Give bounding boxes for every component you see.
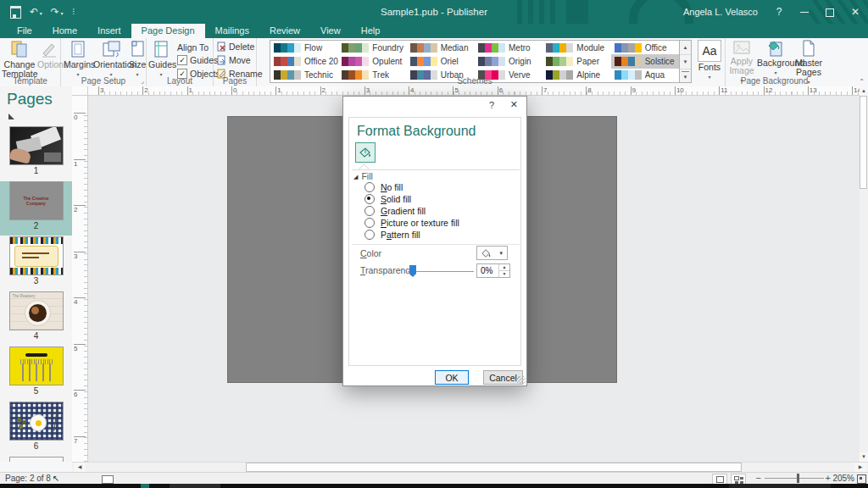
minimize-button[interactable] bbox=[792, 0, 817, 24]
scroll-right-icon[interactable]: ▶ bbox=[854, 463, 866, 472]
save-icon[interactable] bbox=[10, 6, 21, 19]
scroll-up-icon[interactable]: ▲ bbox=[860, 86, 868, 96]
move-page-button[interactable]: Move bbox=[217, 54, 251, 66]
scheme-origin[interactable]: Origin bbox=[475, 54, 542, 68]
scheme-swatch bbox=[615, 57, 642, 66]
tab-page-design[interactable]: Page Design bbox=[131, 24, 205, 38]
horizontal-scroll-thumb[interactable] bbox=[246, 463, 742, 472]
spin-up-icon[interactable]: ▲ bbox=[499, 264, 509, 271]
undo-icon[interactable]: ↶ ▾ bbox=[30, 7, 42, 17]
guides-button[interactable]: Guides ▾ bbox=[148, 40, 174, 80]
color-dropdown[interactable]: ▼ bbox=[476, 246, 508, 260]
transparency-value[interactable]: 0% bbox=[481, 266, 492, 275]
orientation-button[interactable]: Orientation ▾ bbox=[93, 40, 129, 80]
thumbnail-image bbox=[9, 236, 64, 275]
transparency-slider[interactable] bbox=[408, 271, 474, 272]
radio-icon bbox=[364, 194, 375, 204]
options-button[interactable]: Options bbox=[37, 40, 61, 69]
transparency-spinner[interactable]: 0% ▲▼ bbox=[476, 263, 510, 278]
zoom-level[interactable]: 205% bbox=[832, 474, 854, 484]
scheme-solstice[interactable]: Solstice bbox=[611, 54, 679, 68]
fill-option-pattern-fill[interactable]: Pattern fill bbox=[364, 229, 459, 241]
page-indicator[interactable]: Page: 2 of 8 bbox=[5, 474, 51, 484]
tab-home[interactable]: Home bbox=[42, 24, 87, 38]
scheme-office[interactable]: Office bbox=[611, 41, 679, 54]
fill-options: No fillSolid fillGradient fillPicture or… bbox=[364, 181, 459, 241]
signed-in-user[interactable]: Angela L. Velasco bbox=[683, 0, 758, 24]
zoom-out-button[interactable]: − bbox=[756, 473, 761, 483]
v-ruler-label: 5 bbox=[74, 344, 86, 352]
horizontal-ruler[interactable]: 32101234567891011121314 bbox=[88, 86, 860, 96]
ok-button[interactable]: OK bbox=[435, 370, 469, 385]
page-thumbnail-5[interactable]: 5 bbox=[0, 347, 72, 401]
scroll-down-icon[interactable]: ▼ bbox=[860, 452, 868, 462]
scheme-foundry[interactable]: Foundry bbox=[338, 41, 406, 54]
page-thumbnail-3[interactable]: 3 bbox=[0, 236, 72, 291]
change-template-button[interactable]: Change Template bbox=[2, 40, 37, 79]
margins-button[interactable]: Margins ▾ bbox=[64, 40, 92, 80]
redo-icon[interactable]: ↷ ▾ bbox=[51, 7, 64, 17]
customize-qat-icon[interactable]: ᎒ bbox=[72, 8, 76, 16]
scheme-opulent[interactable]: Opulent bbox=[338, 54, 406, 68]
tab-file[interactable]: File bbox=[7, 24, 42, 38]
change-template-icon bbox=[9, 40, 30, 58]
tab-help[interactable]: Help bbox=[351, 24, 391, 38]
fill-option-solid-fill[interactable]: Solid fill bbox=[364, 193, 459, 205]
fill-section-header[interactable]: ◢Fill bbox=[353, 171, 373, 181]
delete-page-button[interactable]: Delete bbox=[217, 41, 254, 53]
dialog-help-icon[interactable]: ? bbox=[489, 100, 494, 110]
scheme-name: Origin bbox=[509, 57, 531, 66]
fill-option-gradient-fill[interactable]: Gradient fill bbox=[364, 205, 459, 217]
spin-down-icon[interactable]: ▼ bbox=[499, 271, 509, 277]
page-setup-dialog-launcher[interactable]: ⌟ bbox=[141, 77, 144, 85]
vertical-scrollbar[interactable]: ▲ ▼ bbox=[860, 86, 868, 462]
fonts-button[interactable]: Aa Fonts ▾ bbox=[696, 40, 723, 82]
horizontal-scrollbar[interactable]: ◀ ▶ bbox=[72, 462, 868, 472]
scheme-swatch bbox=[342, 43, 369, 53]
fill-option-picture-or-texture-fill[interactable]: Picture or texture fill bbox=[364, 217, 459, 229]
scheme-office-20[interactable]: Office 20.. bbox=[270, 54, 338, 68]
gallery-scroll-down-icon[interactable]: ▼ bbox=[680, 55, 691, 69]
gallery-more-icon[interactable]: ▼ bbox=[682, 71, 689, 82]
tab-view[interactable]: View bbox=[310, 24, 351, 38]
page-thumbnail-4[interactable]: The Roastery4 bbox=[0, 291, 72, 346]
tab-insert[interactable]: Insert bbox=[87, 24, 131, 38]
page-thumbnail-7[interactable]: 7 bbox=[0, 457, 72, 462]
spinner-buttons: ▲▼ bbox=[498, 264, 509, 277]
scheme-metro[interactable]: Metro bbox=[475, 41, 542, 54]
ruler-corner bbox=[72, 86, 88, 96]
close-button[interactable]: ✕ bbox=[843, 0, 868, 24]
scheme-median[interactable]: Median bbox=[407, 41, 475, 54]
dialog-close-icon[interactable]: ✕ bbox=[510, 99, 518, 110]
fill-option-no-fill[interactable]: No fill bbox=[364, 181, 459, 193]
zoom-in-button[interactable]: + bbox=[826, 473, 831, 483]
collapse-ribbon-icon[interactable]: ⌃ bbox=[859, 78, 865, 86]
pages-collapse-icon[interactable] bbox=[8, 114, 14, 119]
tab-mailings[interactable]: Mailings bbox=[205, 24, 259, 38]
vertical-ruler[interactable]: 01234567 bbox=[72, 96, 88, 462]
page-thumbnail-1[interactable]: 1 bbox=[0, 126, 72, 180]
h-ruler-label: 7 bbox=[542, 86, 547, 95]
zoom-slider-handle[interactable] bbox=[797, 474, 799, 483]
scroll-left-icon[interactable]: ◀ bbox=[74, 463, 86, 472]
restore-button[interactable] bbox=[817, 0, 843, 24]
vertical-scroll-thumb[interactable] bbox=[860, 96, 867, 189]
dialog-title: Format Background bbox=[357, 124, 476, 139]
transparency-label: Transparency bbox=[360, 265, 415, 275]
help-button[interactable]: ? bbox=[766, 0, 792, 24]
tab-review[interactable]: Review bbox=[259, 24, 310, 38]
size-button[interactable]: Size ▾ bbox=[129, 40, 146, 80]
checkbox-guides[interactable]: ✓Guides bbox=[177, 55, 218, 65]
scheme-flow[interactable]: Flow bbox=[270, 41, 338, 54]
zoom-slider[interactable] bbox=[765, 478, 824, 479]
fit-page-icon[interactable] bbox=[857, 474, 866, 484]
scheme-oriel[interactable]: Oriel bbox=[407, 54, 475, 68]
fill-tab-button[interactable] bbox=[355, 142, 376, 163]
dialog-resize-grip[interactable] bbox=[517, 376, 526, 385]
background-button[interactable]: Background ▾ bbox=[757, 40, 794, 78]
page-thumbnail-6[interactable]: 6 bbox=[0, 402, 72, 456]
page-thumbnail-2[interactable]: The Creative Company2 bbox=[0, 181, 72, 236]
scheme-module[interactable]: Module bbox=[542, 41, 610, 54]
gallery-scroll-up-icon[interactable]: ▲ bbox=[680, 41, 691, 55]
scheme-paper[interactable]: Paper bbox=[542, 54, 610, 68]
